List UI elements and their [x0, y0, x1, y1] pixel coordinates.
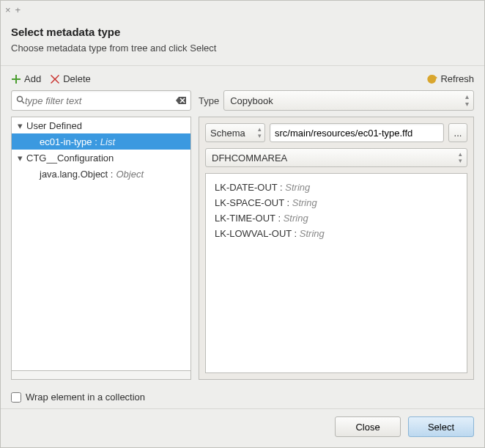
- tree-group-label: User Defined: [26, 120, 82, 131]
- tree-group[interactable]: ▾CTG__Configuration: [12, 150, 190, 166]
- delete-label: Delete: [63, 73, 91, 84]
- details-panel: Schema ▴▾ ... DFHCOMMAREA ▴▾ LK-DATE-OUT…: [199, 117, 474, 380]
- dialog-title: Select metadata type: [11, 26, 474, 38]
- x-icon: [50, 74, 60, 84]
- wrap-row: Wrap element in a collection: [1, 386, 484, 408]
- svg-line-1: [22, 101, 24, 103]
- field-name: LK-TIME-OUT :: [215, 213, 284, 224]
- field-name: LK-SPACE-OUT :: [215, 197, 292, 208]
- filter-box: [11, 90, 191, 111]
- section-value: DFHCOMMAREA: [212, 153, 287, 164]
- tree-item[interactable]: ec01-in-type : List: [12, 133, 190, 150]
- section-select[interactable]: DFHCOMMAREA ▴▾: [205, 148, 467, 167]
- browse-button[interactable]: ...: [448, 123, 467, 142]
- type-value: Copybook: [230, 95, 273, 106]
- ellipsis-icon: ...: [454, 128, 462, 139]
- field-row: LK-DATE-OUT : String: [215, 180, 458, 195]
- plus-icon[interactable]: +: [15, 4, 21, 15]
- type-label: Type: [199, 95, 219, 106]
- window-titlebar: × +: [1, 1, 484, 18]
- close-button[interactable]: Close: [335, 416, 401, 437]
- wrap-label: Wrap element in a collection: [26, 392, 145, 403]
- type-tree[interactable]: ▾User Definedec01-in-type : List▾CTG__Co…: [11, 117, 191, 371]
- chevron-down-icon: ▾: [16, 153, 23, 164]
- tree-item-type: List: [100, 136, 115, 147]
- field-type: String: [284, 213, 308, 224]
- type-select[interactable]: Copybook ▴▾: [223, 90, 474, 111]
- tree-item-name: ec01-in-type :: [40, 136, 97, 147]
- tree-group[interactable]: ▾User Defined: [12, 117, 190, 133]
- clear-icon[interactable]: [176, 95, 186, 106]
- chevron-updown-icon: ▴▾: [465, 93, 469, 108]
- right-pane: Type Copybook ▴▾ Schema ▴▾ ...: [199, 90, 474, 380]
- dialog-footer: Close Select: [1, 408, 484, 447]
- delete-button[interactable]: Delete: [50, 73, 91, 84]
- refresh-label: Refresh: [440, 73, 474, 84]
- wrap-checkbox[interactable]: [11, 392, 21, 403]
- schema-path-input[interactable]: [270, 123, 444, 142]
- field-type: String: [300, 228, 325, 239]
- schema-kind-select[interactable]: Schema ▴▾: [205, 123, 265, 142]
- tree-group-label: CTG__Configuration: [26, 153, 114, 164]
- svg-point-0: [18, 96, 23, 101]
- field-type: String: [285, 182, 310, 193]
- schema-row: Schema ▴▾ ...: [205, 123, 467, 142]
- field-row: LK-TIME-OUT : String: [215, 210, 458, 226]
- select-button[interactable]: Select: [408, 416, 474, 437]
- schema-kind-label: Schema: [210, 128, 245, 139]
- left-pane: ▾User Definedec01-in-type : List▾CTG__Co…: [11, 90, 191, 380]
- chevron-updown-icon: ▴▾: [258, 126, 262, 139]
- field-row: LK-LOWVAL-OUT : String: [215, 226, 458, 241]
- metadata-type-dialog: × + Select metadata type Choose metadata…: [0, 0, 485, 448]
- add-label: Add: [24, 73, 41, 84]
- refresh-button[interactable]: Refresh: [427, 73, 474, 84]
- add-button[interactable]: Add: [11, 73, 41, 84]
- toolbar: Add Delete Refresh: [1, 66, 484, 90]
- field-type: String: [292, 197, 317, 208]
- close-icon[interactable]: ×: [5, 4, 11, 15]
- plus-icon: [11, 74, 21, 84]
- dialog-header: Select metadata type Choose metadata typ…: [1, 18, 484, 66]
- field-name: LK-DATE-OUT :: [215, 182, 285, 193]
- type-row: Type Copybook ▴▾: [199, 90, 474, 111]
- tree-item[interactable]: java.lang.Object : Object: [12, 166, 190, 182]
- field-row: LK-SPACE-OUT : String: [215, 195, 458, 210]
- filter-input[interactable]: [25, 95, 176, 106]
- refresh-icon: [427, 74, 437, 84]
- search-icon: [16, 95, 25, 106]
- horizontal-scrollbar[interactable]: [11, 371, 191, 380]
- chevron-down-icon: ▾: [16, 120, 23, 131]
- field-name: LK-LOWVAL-OUT :: [215, 228, 300, 239]
- fields-list: LK-DATE-OUT : StringLK-SPACE-OUT : Strin…: [205, 173, 467, 373]
- chevron-updown-icon: ▴▾: [459, 151, 462, 164]
- dialog-subtitle: Choose metadata type from tree and click…: [11, 43, 474, 54]
- tree-item-type: Object: [116, 169, 144, 180]
- tree-item-name: java.lang.Object :: [40, 169, 113, 180]
